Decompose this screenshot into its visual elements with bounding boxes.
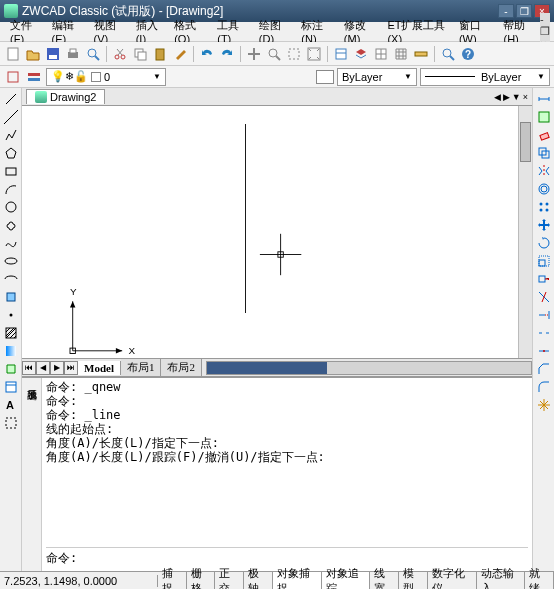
color-dropdown[interactable]: ByLayer▼ [337, 68, 417, 86]
revcloud-tool-icon[interactable] [2, 216, 20, 233]
status-2[interactable]: 正交 [215, 572, 244, 589]
svg-point-35 [6, 202, 16, 212]
status-3[interactable]: 极轴 [244, 572, 273, 589]
offset-tool-icon[interactable] [535, 180, 553, 197]
drawing-canvas[interactable]: X Y [22, 106, 532, 358]
table-icon[interactable] [372, 45, 390, 63]
status-5[interactable]: 对象追踪 [322, 572, 371, 589]
polygon-tool-icon[interactable] [2, 144, 20, 161]
status-7[interactable]: 模型 [399, 572, 428, 589]
tab-last-icon[interactable]: ⏭ [64, 361, 78, 375]
layout1-tab[interactable]: 布局1 [121, 359, 162, 376]
status-4[interactable]: 对象捕捉 [273, 572, 322, 589]
tab-close-icon[interactable]: × [523, 92, 528, 102]
grid-icon[interactable] [392, 45, 410, 63]
rect-tool-icon[interactable] [2, 162, 20, 179]
array-tool-icon[interactable] [535, 198, 553, 215]
arc-tool-icon[interactable] [2, 180, 20, 197]
horizontal-scrollbar[interactable] [206, 361, 532, 375]
brush-icon[interactable] [171, 45, 189, 63]
zoom2-icon[interactable] [439, 45, 457, 63]
explode-tool-icon[interactable] [535, 396, 553, 413]
trim-tool-icon[interactable] [535, 288, 553, 305]
spline-tool-icon[interactable] [2, 234, 20, 251]
circle-tool-icon[interactable] [2, 198, 20, 215]
status-8[interactable]: 数字化仪 [428, 572, 477, 589]
svg-line-9 [118, 49, 123, 55]
mirror-tool-icon[interactable] [535, 162, 553, 179]
block-tool-icon[interactable] [2, 288, 20, 305]
pan-icon[interactable] [245, 45, 263, 63]
status-6[interactable]: 线宽 [370, 572, 399, 589]
new-icon[interactable] [4, 45, 22, 63]
cut-icon[interactable] [111, 45, 129, 63]
svg-rect-40 [6, 346, 16, 356]
layers-icon[interactable] [352, 45, 370, 63]
layout2-tab[interactable]: 布局2 [161, 359, 202, 376]
dist-tool-icon[interactable] [535, 90, 553, 107]
scale-tool-icon[interactable] [535, 252, 553, 269]
measure-icon[interactable] [412, 45, 430, 63]
props-icon[interactable] [332, 45, 350, 63]
status-9[interactable]: 动态输入 [477, 572, 526, 589]
point-tool-icon[interactable] [2, 306, 20, 323]
area-tool-icon[interactable] [535, 108, 553, 125]
vertical-scrollbar[interactable] [518, 106, 532, 358]
doc-restore-button[interactable]: ❐ [540, 25, 550, 38]
gradient-tool-icon[interactable] [2, 342, 20, 359]
status-0[interactable]: 捕捉 [158, 572, 187, 589]
break-tool-icon[interactable] [535, 324, 553, 341]
help-icon[interactable]: ? [459, 45, 477, 63]
status-10[interactable]: 就绪 [525, 572, 554, 589]
layer-manager-icon[interactable] [25, 68, 43, 86]
save-icon[interactable] [44, 45, 62, 63]
tab-prev-icon[interactable]: ◀ [36, 361, 50, 375]
preview-icon[interactable] [84, 45, 102, 63]
fillet-tool-icon[interactable] [535, 378, 553, 395]
print-icon[interactable] [64, 45, 82, 63]
chamfer-tool-icon[interactable] [535, 360, 553, 377]
svg-rect-18 [336, 49, 346, 59]
extend-tool-icon[interactable] [535, 306, 553, 323]
svg-rect-29 [28, 73, 40, 76]
open-icon[interactable] [24, 45, 42, 63]
region-tool-icon[interactable] [2, 360, 20, 377]
copy-tool-icon[interactable] [535, 144, 553, 161]
tab-next-icon[interactable]: ▶ [50, 361, 64, 375]
tab-next-icon[interactable]: ▶ [503, 92, 510, 102]
zoomext-icon[interactable] [305, 45, 323, 63]
rotate-tool-icon[interactable] [535, 234, 553, 251]
layer-dropdown[interactable]: 💡❄🔓 0 ▼ [46, 68, 166, 86]
move-tool-icon[interactable] [535, 216, 553, 233]
tab-list-icon[interactable]: ▼ [512, 92, 521, 102]
paste-icon[interactable] [151, 45, 169, 63]
redo-icon[interactable] [218, 45, 236, 63]
zoom-icon[interactable] [265, 45, 283, 63]
doc-tab-active[interactable]: Drawing2 [26, 89, 105, 104]
tab-prev-icon[interactable]: ◀ [494, 92, 501, 102]
tab-first-icon[interactable]: ⏮ [22, 361, 36, 375]
copy-icon[interactable] [131, 45, 149, 63]
model-tab[interactable]: Model [78, 361, 121, 375]
linetype-dropdown[interactable]: ByLayer▼ [420, 68, 550, 86]
boundary-tool-icon[interactable] [2, 414, 20, 431]
table2-tool-icon[interactable] [2, 378, 20, 395]
status-1[interactable]: 栅格 [187, 572, 216, 589]
layer-isolate-icon[interactable] [4, 68, 22, 86]
mtext-tool-icon[interactable]: A [2, 396, 20, 413]
stretch-tool-icon[interactable] [535, 270, 553, 287]
doc-minimize-button[interactable]: - [540, 13, 550, 25]
ellipse-tool-icon[interactable] [2, 252, 20, 269]
pline-tool-icon[interactable] [2, 126, 20, 143]
undo-icon[interactable] [198, 45, 216, 63]
zoomwin-icon[interactable] [285, 45, 303, 63]
xline-tool-icon[interactable] [2, 108, 20, 125]
hatch-tool-icon[interactable] [2, 324, 20, 341]
line-tool-icon[interactable] [2, 90, 20, 107]
erase-tool-icon[interactable] [535, 126, 553, 143]
svg-rect-67 [539, 260, 545, 266]
color-swatch[interactable] [316, 70, 334, 84]
join-tool-icon[interactable] [535, 342, 553, 359]
svg-text:Y: Y [70, 286, 77, 297]
ellipsearc-tool-icon[interactable] [2, 270, 20, 287]
